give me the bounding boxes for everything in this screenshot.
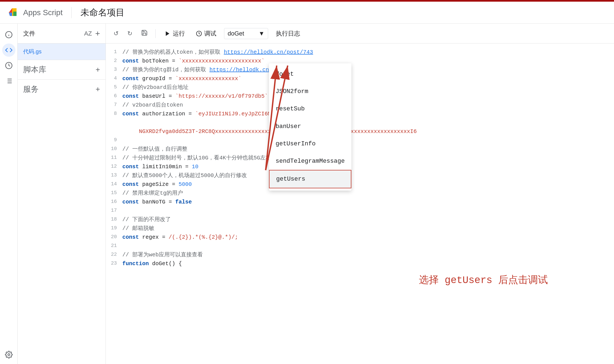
code-line: 17 <box>106 207 614 215</box>
dropdown-item-getusers[interactable]: getUsers <box>269 170 351 188</box>
code-content[interactable]: 1 // 替换为你的机器人token，如何获取 https://hellodk.… <box>106 44 614 364</box>
add-service-icon[interactable]: + <box>96 85 100 94</box>
icon-sidebar <box>0 24 18 364</box>
code-line: 9 <box>106 136 614 145</box>
add-library-icon[interactable]: + <box>96 65 100 74</box>
code-line: 23 function doGet() { <box>106 259 614 268</box>
run-button[interactable]: 运行 <box>161 27 188 40</box>
code-line: 18 // 下面的不用改了 <box>106 215 614 224</box>
annotation-text: 选择 getUsers 后点击调试 <box>419 273 548 289</box>
code-line: 3 // 替换为你的tg群id，如何获取 https://hellodk.cn/… <box>106 66 614 74</box>
section-item-services[interactable]: 服务 + <box>18 79 106 99</box>
code-line: 13 // 默认查5000个人，机场超过5000人的自行修改 <box>106 171 614 180</box>
sidebar-item-executions[interactable] <box>2 74 15 88</box>
code-line: 20 const regex = /(.{2}).*(%.{2}@.*)/; <box>106 233 614 242</box>
list-icon <box>5 77 13 85</box>
svg-marker-11 <box>166 31 169 36</box>
toolbar: ↺ ↻ 运行 调试 doGet ▼ <box>106 24 614 44</box>
undo-button[interactable]: ↺ <box>111 28 121 39</box>
logo-area: Apps Script <box>7 6 63 19</box>
dropdown-item-getuserinfo[interactable]: getUserInfo <box>269 135 351 153</box>
run-icon <box>165 31 171 37</box>
code-line: 14 const pageSize = 5000 <box>106 180 614 189</box>
sidebar-item-settings[interactable] <box>2 348 15 361</box>
file-panel-header: 文件 AZ + <box>18 24 106 44</box>
dropdown-item-banuser[interactable]: banUser <box>269 118 351 135</box>
settings-icon <box>5 351 13 358</box>
function-dropdown[interactable]: doGet JSON2form resetSub banUser getUser… <box>269 63 351 191</box>
apps-script-logo <box>7 6 20 19</box>
chevron-down-icon: ▼ <box>258 30 265 37</box>
code-line: 19 // 邮箱脱敏 <box>106 224 614 233</box>
sort-icon[interactable]: AZ <box>84 30 92 37</box>
code-line: 10 // 一些默认值，自行调整 <box>106 145 614 154</box>
main-layout: 文件 AZ + 代码.gs 脚本库 + 服务 + ↺ ↻ <box>0 24 614 364</box>
save-icon <box>141 29 148 36</box>
file-panel-title: 文件 <box>23 29 35 38</box>
add-file-icon[interactable]: + <box>95 29 100 38</box>
code-line: 1 // 替换为你的机器人token，如何获取 https://hellodk.… <box>106 48 614 57</box>
toolbar-separator-1 <box>155 29 156 38</box>
section-item-library[interactable]: 脚本库 + <box>18 60 106 79</box>
code-line: 12 const limitIn10min = 10 <box>106 162 614 171</box>
exec-log-button[interactable]: 执行日志 <box>273 27 303 40</box>
code-line: 7 // v2board后台token <box>106 101 614 110</box>
code-line: 6 const baseUrl = `https://xxxxxx/v1/0f7… <box>106 92 614 101</box>
code-line: 15 // 禁用未绑定tg的用户 <box>106 189 614 198</box>
code-line: 22 // 部署为web应用可以直接查看 <box>106 251 614 259</box>
code-line: 5 // 你的v2board后台地址 <box>106 83 614 92</box>
function-selector[interactable]: doGet ▼ <box>224 28 268 39</box>
editor-area: ↺ ↻ 运行 调试 doGet ▼ <box>106 24 614 364</box>
code-line: 21 <box>106 242 614 251</box>
file-item-code[interactable]: 代码.gs <box>18 44 106 60</box>
redo-button[interactable]: ↻ <box>125 28 134 39</box>
code-line: 11 // 十分钟超过限制封号，默认10G，看4K十分钟也就5G左右 <box>106 154 614 162</box>
title-divider <box>71 7 72 18</box>
app-title: Apps Script <box>23 8 63 17</box>
info-icon <box>5 31 13 39</box>
dropdown-item-doget[interactable]: doGet <box>269 66 351 83</box>
file-panel: 文件 AZ + 代码.gs 脚本库 + 服务 + <box>18 24 106 364</box>
save-button[interactable] <box>139 27 150 40</box>
sidebar-item-triggers[interactable] <box>2 59 15 72</box>
top-bar: Apps Script 未命名项目 <box>0 2 614 24</box>
debug-icon <box>196 31 202 37</box>
dropdown-item-sendtelegram[interactable]: sendTelegramMessage <box>269 153 351 170</box>
debug-button[interactable]: 调试 <box>193 27 220 40</box>
file-panel-header-icons: AZ + <box>84 29 100 38</box>
code-line: 16 const banNoTG = false <box>106 198 614 207</box>
svg-point-10 <box>8 354 10 356</box>
project-title: 未命名项目 <box>80 7 125 19</box>
dropdown-item-resetsub[interactable]: resetSub <box>269 100 351 118</box>
code-line: 2 const botToken = `xxxxxxxxxxxxxxxxxxxx… <box>106 57 614 66</box>
code-line: 8 const authorization = `eyJIUzI1NiJ9.ey… <box>106 110 614 136</box>
clock-icon <box>5 62 13 69</box>
sidebar-item-info[interactable] <box>2 28 15 41</box>
code-icon <box>5 46 13 54</box>
code-line: 4 const groupId = `xxxxxxxxxxxxxxxxxx` <box>106 74 614 83</box>
sidebar-item-editor[interactable] <box>2 44 15 57</box>
dropdown-item-json2form[interactable]: JSON2form <box>269 83 351 100</box>
